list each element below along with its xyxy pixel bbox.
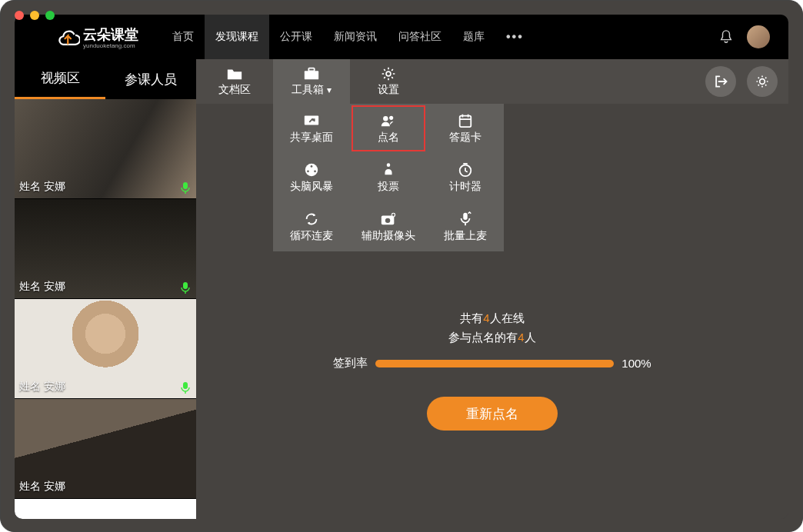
tool-brainstorm[interactable]: 头脑风暴 [273,153,350,202]
video-list: 姓名 安娜 姓名 安娜 姓名 安娜 [15,99,196,519]
svg-rect-3 [305,71,318,79]
svg-rect-0 [183,182,188,189]
maximize-window-button[interactable] [45,11,55,20]
tab-participants[interactable]: 参课人员 [105,59,196,99]
mic-icon [181,281,190,294]
window-controls [15,11,55,20]
rate-value: 100% [621,357,651,370]
pointer-icon [380,162,397,178]
folder-icon [226,66,243,81]
user-avatar[interactable] [747,25,770,48]
svg-rect-4 [308,68,314,71]
tool-batch-mic[interactable]: 批量上麦 [427,202,504,251]
briefcase-icon [303,66,320,81]
nav-qa[interactable]: 问答社区 [388,15,452,59]
settings-button[interactable] [747,66,778,97]
rollcall-stats: 共有4人在线 参与点名的有4人 签到率 100% 重新点名 [196,311,788,431]
minimize-window-button[interactable] [30,11,39,20]
nav-items: 首页 发现课程 公开课 新闻资讯 问答社区 题库 ••• [162,15,535,59]
nav-discover[interactable]: 发现课程 [205,15,269,59]
tab-video-area[interactable]: 视频区 [15,59,105,99]
tool-share-desktop[interactable]: 共享桌面 [273,104,350,153]
rate-label: 签到率 [333,356,368,371]
svg-point-15 [387,163,391,167]
cloud-logo-icon [57,28,80,46]
tool-vote[interactable]: 投票 [350,153,427,202]
toolbox-dropdown: 共享桌面 点名 答题卡 头脑风暴 投票 [273,104,504,251]
tool-roll-call[interactable]: 点名 [350,104,427,153]
toolbar-toolbox[interactable]: 工具箱 ▾ [273,59,350,104]
progress-bar [375,360,614,367]
cycle-icon [303,211,320,227]
camera-plus-icon [380,211,397,227]
mic-icon [181,381,190,394]
nav-right [719,25,788,48]
bell-icon[interactable] [719,29,733,45]
svg-rect-2 [183,382,188,389]
brand-logo[interactable]: 云朵课堂 yunduoketang.com [57,25,138,49]
video-tile[interactable]: 姓名 安娜 [15,399,196,499]
toolbar: 文档区 工具箱 ▾ 设置 [196,59,788,104]
svg-point-13 [307,170,309,172]
app-window: 云朵课堂 yunduoketang.com 首页 发现课程 公开课 新闻资讯 问… [0,0,803,532]
video-tile[interactable]: 姓名 安娜 [15,99,196,199]
brand-sub: yunduoketang.com [83,42,138,49]
svg-rect-1 [183,282,188,289]
film-reel-icon [303,162,320,178]
toolbar-settings[interactable]: 设置 [350,59,427,104]
participant-name: 姓名 安娜 [15,278,70,295]
svg-point-9 [389,115,393,119]
tool-aux-camera[interactable]: 辅助摄像头 [350,202,427,251]
nav-more[interactable]: ••• [495,30,535,44]
nav-home[interactable]: 首页 [162,15,205,59]
close-window-button[interactable] [15,11,24,20]
gear-icon [755,74,770,89]
people-icon [380,113,397,128]
side-tabs: 视频区 参课人员 [15,59,196,99]
tool-timer[interactable]: 计时器 [427,153,504,202]
nav-news[interactable]: 新闻资讯 [323,15,388,59]
redo-rollcall-button[interactable]: 重新点名 [427,397,558,431]
online-line: 共有4人在线 [460,311,524,326]
share-desktop-icon [303,113,320,128]
rollcall-line: 参与点名的有4人 [448,331,535,345]
main-area: 文档区 工具箱 ▾ 设置 [196,59,788,519]
video-tile-empty [15,499,196,519]
tool-answer-card[interactable]: 答题卡 [427,104,504,153]
participant-name: 姓名 安娜 [15,478,70,495]
brand-name: 云朵课堂 [83,27,138,42]
gear-icon [380,66,397,81]
sidebar: 视频区 参课人员 姓名 安娜 姓名 安娜 [15,59,196,519]
svg-point-8 [383,116,388,121]
participant-name: 姓名 安娜 [15,378,70,395]
svg-rect-10 [460,115,471,127]
toolbar-doc-area[interactable]: 文档区 [196,59,273,104]
top-nav: 云朵课堂 yunduoketang.com 首页 发现课程 公开课 新闻资讯 问… [15,15,788,59]
tool-cycle-mic[interactable]: 循环连麦 [273,202,350,251]
svg-point-5 [386,71,391,76]
nav-public[interactable]: 公开课 [269,15,323,59]
mic-icon [181,181,190,194]
progress-row: 签到率 100% [333,356,651,371]
video-tile[interactable]: 姓名 安娜 [15,199,196,299]
nav-bank[interactable]: 题库 [452,15,495,59]
app-body: 视频区 参课人员 姓名 安娜 姓名 安娜 [15,59,788,519]
mic-up-icon [457,211,474,227]
clock-icon [457,162,474,178]
svg-point-18 [385,218,390,222]
video-tile[interactable]: 姓名 安娜 [15,299,196,399]
svg-point-12 [311,165,313,168]
calendar-icon [457,113,474,128]
exit-icon [713,74,728,89]
svg-point-6 [760,79,765,85]
exit-button[interactable] [705,66,736,97]
svg-rect-20 [463,212,467,219]
participant-name: 姓名 安娜 [15,178,70,195]
svg-point-14 [314,170,316,172]
